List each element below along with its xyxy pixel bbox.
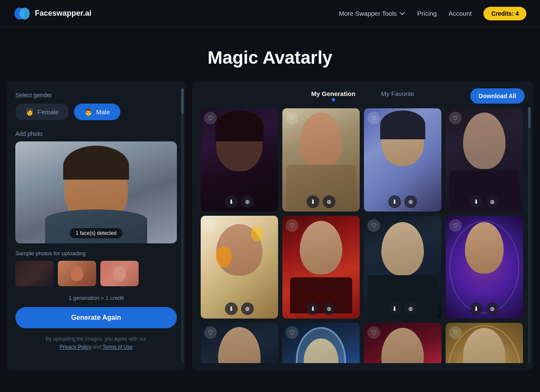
grid-item-1[interactable]: ♡ ⬇ ⊕	[201, 108, 278, 212]
zoom-button-7[interactable]: ⊕	[404, 302, 417, 315]
tab-my-favorite[interactable]: My Favorite	[381, 90, 414, 100]
download-button-3[interactable]: ⬇	[388, 195, 401, 208]
grid-item-3[interactable]: ♡ ⬇ ⊕	[364, 108, 441, 212]
gender-label: Select gender	[15, 92, 177, 99]
gender-row: 👩 Female 👨 Male	[15, 104, 177, 120]
tabs-row: My Generation My Favorite Download All	[201, 90, 525, 100]
heart-button-7[interactable]: ♡	[367, 219, 380, 232]
right-panel-scrollbar-thumb[interactable]	[528, 107, 531, 128]
grid-item-2[interactable]: ♡ ⬇ ⊕	[282, 108, 360, 212]
download-button-6[interactable]: ⬇	[307, 302, 319, 315]
sample-photos-label: Sample photos for uploading	[15, 250, 177, 257]
grid-item-4[interactable]: ♡ ⬇ ⊕	[446, 108, 523, 212]
female-label: Female	[37, 108, 59, 116]
item-actions-8: ⬇ ⊕	[470, 302, 499, 315]
heart-button-1[interactable]: ♡	[204, 112, 217, 124]
item-actions-7: ⬇ ⊕	[388, 302, 417, 315]
grid-item-7[interactable]: ♡ ⬇ ⊕	[364, 216, 441, 319]
more-tools-label: More Swapper Tools	[339, 10, 397, 17]
item-actions-2: ⬇ ⊕	[307, 195, 335, 208]
grid-item-5[interactable]: ♡ ⬇ ⊕	[201, 216, 278, 319]
face-detected-badge: 1 face(s) detected	[70, 228, 122, 238]
right-panel-scrollbar-track	[528, 107, 531, 364]
zoom-button-8[interactable]: ⊕	[486, 302, 499, 315]
item-actions-4: ⬇ ⊕	[470, 195, 499, 208]
grid-item-12[interactable]: ♡ ⬇ ⊕	[446, 323, 523, 363]
grid-item-9[interactable]: ♡ ⬇ ⊕	[201, 323, 278, 363]
grid-item-6[interactable]: ♡ ⬇ ⊕	[282, 216, 360, 319]
heart-button-3[interactable]: ♡	[367, 112, 380, 124]
item-actions-3: ⬇ ⊕	[388, 195, 417, 208]
zoom-button-3[interactable]: ⊕	[404, 195, 417, 208]
heart-button-6[interactable]: ♡	[286, 219, 298, 232]
left-scrollbar-track	[181, 88, 184, 364]
zoom-button-4[interactable]: ⊕	[486, 195, 499, 208]
left-panel: Select gender 👩 Female 👨 Male Add photo	[7, 82, 185, 370]
chevron-down-icon	[399, 11, 405, 17]
heart-button-8[interactable]: ♡	[449, 219, 462, 232]
sample-thumb-2[interactable]	[100, 261, 139, 286]
brand[interactable]: Faceswapper.ai	[14, 5, 91, 22]
main-layout: Select gender 👩 Female 👨 Male Add photo	[0, 82, 540, 384]
right-panel: My Generation My Favorite Download All ♡	[192, 82, 533, 370]
zoom-button-6[interactable]: ⊕	[323, 302, 335, 315]
heart-button-2[interactable]: ♡	[286, 112, 298, 124]
download-all-button[interactable]: Download All	[470, 88, 525, 104]
brand-name: Faceswapper.ai	[35, 9, 91, 18]
terms-text: By uploading the images, you agree with …	[15, 335, 177, 351]
download-button-4[interactable]: ⬇	[470, 195, 483, 208]
sample-thumb-1[interactable]	[58, 261, 96, 286]
more-tools-menu[interactable]: More Swapper Tools	[339, 10, 405, 17]
left-scrollbar-thumb[interactable]	[181, 88, 184, 114]
zoom-button-2[interactable]: ⊕	[323, 195, 335, 208]
item-actions-6: ⬇ ⊕	[307, 302, 335, 315]
female-emoji: 👩	[26, 108, 34, 116]
svg-point-1	[20, 8, 30, 20]
terms-prefix: By uploading the images, you agree with …	[46, 336, 147, 342]
download-button-2[interactable]: ⬇	[307, 195, 319, 208]
tab-my-generation-label: My Generation	[311, 90, 355, 97]
grid-item-11[interactable]: ♡ ⬇ ⊕	[364, 323, 441, 363]
male-emoji: 👨	[84, 108, 93, 116]
female-button[interactable]: 👩 Female	[15, 104, 69, 120]
tab-my-favorite-label: My Favorite	[381, 90, 414, 97]
page-title-section: Magic Avatarly	[0, 27, 540, 82]
page-title: Magic Avatarly	[0, 48, 540, 68]
image-grid: ♡ ⬇ ⊕ ♡ ⬇ ⊕	[201, 108, 525, 363]
navbar-right: More Swapper Tools Pricing Account Credi…	[339, 7, 526, 20]
male-label: Male	[96, 108, 110, 116]
credits-button[interactable]: Credits: 4	[483, 7, 526, 20]
download-button-8[interactable]: ⬇	[470, 302, 483, 315]
heart-button-4[interactable]: ♡	[449, 112, 462, 124]
item-actions-1: ⬇ ⊕	[225, 195, 254, 208]
download-button-1[interactable]: ⬇	[225, 195, 238, 208]
sample-photos-row	[15, 261, 177, 286]
male-button[interactable]: 👨 Male	[74, 104, 120, 120]
terms-of-use-link[interactable]: Terms of Use	[102, 344, 133, 350]
zoom-button-1[interactable]: ⊕	[241, 195, 254, 208]
and-text: and	[93, 344, 101, 350]
photo-upload-area[interactable]: 1 face(s) detected	[15, 141, 177, 243]
logo-icon	[14, 5, 31, 22]
pricing-link[interactable]: Pricing	[417, 10, 437, 17]
add-photo-label: Add photo	[15, 130, 177, 137]
download-button-7[interactable]: ⬇	[388, 302, 401, 315]
credit-info: 1 generation = 1 credit	[15, 295, 177, 301]
grid-item-8[interactable]: ♡ ⬇ ⊕	[446, 216, 523, 319]
zoom-button-5[interactable]: ⊕	[241, 302, 254, 315]
grid-item-10[interactable]: ♡ ⬇ ⊕	[282, 323, 360, 363]
tab-active-indicator	[332, 98, 335, 102]
generate-again-button[interactable]: Generate Again	[15, 307, 177, 328]
tab-my-generation[interactable]: My Generation	[311, 90, 355, 100]
privacy-link[interactable]: Privacy Policy	[60, 344, 91, 350]
download-button-5[interactable]: ⬇	[225, 302, 238, 315]
account-link[interactable]: Account	[449, 10, 472, 17]
sample-thumb-0[interactable]	[15, 261, 54, 286]
item-actions-5: ⬇ ⊕	[225, 302, 254, 315]
heart-button-5[interactable]: ♡	[204, 219, 217, 232]
navbar: Faceswapper.ai More Swapper Tools Pricin…	[0, 0, 540, 27]
